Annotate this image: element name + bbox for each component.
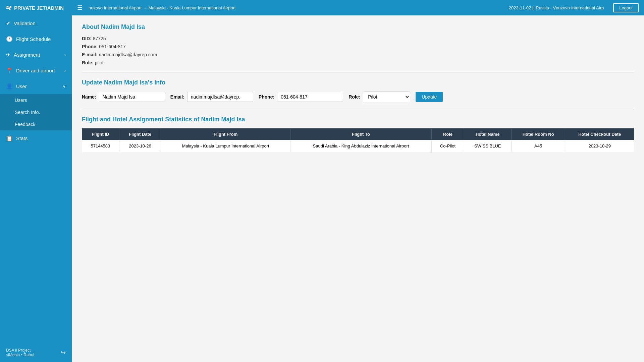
footer-authors: siMobin • Rahul [6,353,34,357]
about-email: E-mail: nadimmajdlsa@dayrep.com [82,52,634,57]
update-suffix: 's info [148,79,165,86]
update-form: Name: Email: Phone: Role: Pilot Co-Pilot… [82,92,634,102]
col-flight-to: Flight To [290,128,432,140]
form-label-name: Name: [82,94,96,100]
sidebar-item-users[interactable]: Users [0,94,72,106]
topbar-route: nukovo International Airport → Malaysia … [89,5,506,10]
stats-table-header: Flight ID Flight Date Flight From Flight… [82,128,634,140]
assignment-chevron: › [64,53,66,57]
stats-prefix: Flight and Hotel Assignment Statistics o… [82,116,199,123]
name-input[interactable] [99,92,165,102]
stats-icon: 📋 [6,135,13,141]
sidebar-label-user: User [16,83,27,89]
driver-airport-icon: 📍 [6,67,13,74]
logo-icon: 🛩 [5,4,11,11]
table-row: 571445832023-10-26Malaysia - Kuala Lumpu… [82,140,634,152]
col-role: Role [432,128,464,140]
about-phone: Phone: 051-604-817 [82,44,634,49]
sidebar-item-search-info[interactable]: Search Info. [0,106,72,118]
table-cell: Malaysia - Kuala Lumpur International Ai… [161,140,290,152]
topbar-nav: ☰ nukovo International Airport → Malaysi… [77,3,639,12]
update-title: Update Nadim Majd Isa's info [82,79,634,86]
form-group-name: Name: [82,92,165,102]
table-cell: 2023-10-29 [565,140,634,152]
sidebar-footer: DSA ii Project siMobin • Rahul ↪ [0,343,72,362]
table-cell: 57144583 [82,140,119,152]
sidebar-item-user[interactable]: 👤 User ∨ [0,78,72,94]
topbar-separator: || [532,5,536,10]
update-prefix: Update [82,79,102,86]
sidebar-item-feedback[interactable]: Feedback [0,118,72,130]
topbar-date: 2023-11-02 [509,5,531,10]
topbar-date-location: 2023-11-02 || Russia - Vnukovo Internati… [509,5,604,10]
col-hotel-checkout: Hotel Checkout Date [565,128,634,140]
role-select[interactable]: Pilot Co-Pilot Flight Attendant Driver [363,92,410,102]
about-name: Nadim Majd Isa [101,23,145,30]
sidebar-item-stats[interactable]: 📋 Stats [0,130,72,146]
about-role: Role: pilot [82,60,634,65]
role-value: pilot [95,60,104,65]
sidebar-label-driver-airport: Driver and airport [16,68,55,73]
col-flight-from: Flight From [161,128,290,140]
sidebar-label-assignment: Assignment [14,52,40,58]
form-label-email: Email: [170,94,184,100]
stats-name: Nadim Majd Isa [201,116,245,123]
about-did: DID: 87725 [82,36,634,41]
table-cell: 2023-10-26 [119,140,161,152]
user-icon: 👤 [6,83,13,89]
email-input[interactable] [187,92,253,102]
email-value: nadimmajdlsa@dayrep.com [99,52,157,57]
email-label: E-mail: [82,52,98,57]
sidebar-label-stats: Stats [16,135,28,141]
divider-2 [82,109,634,109]
sidebar-logout-icon[interactable]: ↪ [61,349,66,356]
user-chevron: ∨ [63,84,66,89]
stats-table-body: 571445832023-10-26Malaysia - Kuala Lumpu… [82,140,634,152]
sidebar-item-flight-schedule[interactable]: 🕐 Flight Schedule [0,31,72,47]
col-hotel-name: Hotel Name [464,128,511,140]
topbar: 🛩 PRIVATE JET/ADMIN ☰ nukovo Internation… [0,0,644,15]
divider-1 [82,72,634,72]
app-logo: 🛩 PRIVATE JET/ADMIN [5,4,77,11]
sidebar-sub-user: Users Search Info. Feedback [0,94,72,130]
sidebar-footer-text: DSA ii Project siMobin • Rahul [6,348,34,357]
layout: ✔ Validation 🕐 Flight Schedule ✈ Assignm… [0,15,644,362]
table-cell: A45 [511,140,565,152]
form-label-phone: Phone: [259,94,274,100]
update-name: Nadim Majd Isa [104,79,148,86]
about-prefix: About [82,23,99,30]
table-cell: Co-Pilot [432,140,464,152]
role-label: Role: [82,60,94,65]
footer-project: DSA ii Project [6,348,34,353]
col-flight-id: Flight ID [82,128,119,140]
sidebar: ✔ Validation 🕐 Flight Schedule ✈ Assignm… [0,15,72,362]
col-hotel-room: Hotel Room No [511,128,565,140]
did-label: DID: [82,36,92,41]
about-title: About Nadim Majd Isa [82,23,634,31]
sidebar-label-validation: Validation [14,20,36,26]
form-label-role: Role: [348,94,360,100]
flight-schedule-icon: 🕐 [6,36,13,42]
app-title: PRIVATE JET/ADMIN [14,5,64,11]
sidebar-item-driver-airport[interactable]: 📍 Driver and airport › [0,63,72,78]
form-group-phone: Phone: [259,92,343,102]
col-flight-date: Flight Date [119,128,161,140]
table-cell: SWISS BLUE [464,140,511,152]
topbar-location: Russia - Vnukovo International Airp [536,5,604,10]
phone-input[interactable] [277,92,343,102]
logout-button[interactable]: Logout [613,3,639,12]
update-button[interactable]: Update [416,92,443,102]
driver-airport-chevron: › [64,68,66,73]
stats-title: Flight and Hotel Assignment Statistics o… [82,116,634,123]
phone-label: Phone: [82,44,98,49]
sidebar-item-assignment[interactable]: ✈ Assignment › [0,47,72,63]
stats-table: Flight ID Flight Date Flight From Flight… [82,128,634,152]
phone-value: 051-604-817 [99,44,125,49]
table-cell: Saudi Arabia - King Abdulaziz Internatio… [290,140,432,152]
main-content: About Nadim Majd Isa DID: 87725 Phone: 0… [72,15,644,362]
validation-icon: ✔ [6,20,10,26]
sidebar-item-validation[interactable]: ✔ Validation [0,15,72,31]
sidebar-label-flight-schedule: Flight Schedule [16,36,51,42]
header-row: Flight ID Flight Date Flight From Flight… [82,128,634,140]
menu-icon[interactable]: ☰ [77,4,83,11]
